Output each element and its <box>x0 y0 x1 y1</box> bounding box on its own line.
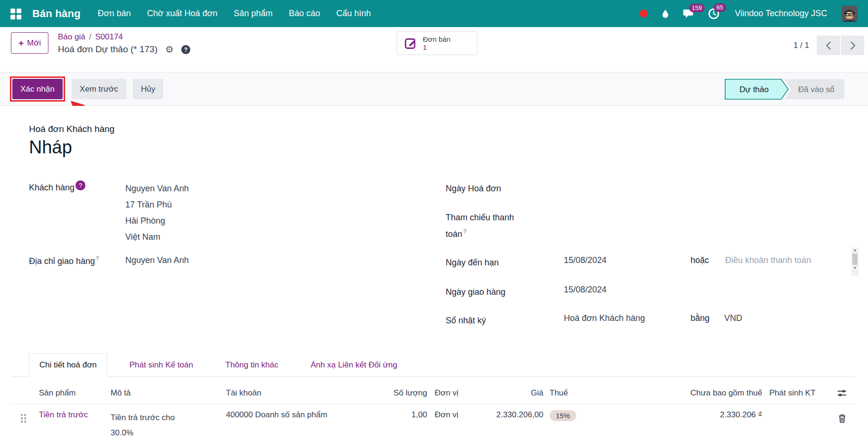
due-date-row: Ngày đến hạn 15/08/2024 hoặc Điều khoản … <box>446 255 811 270</box>
invoice-date-row: Ngày Hoá đơn <box>446 181 564 196</box>
customer-help-icon[interactable]: ? <box>75 180 85 190</box>
payment-ref-label: Tham chiếu thanh toán <box>446 213 514 239</box>
journal-label: Sổ nhật ký <box>446 313 486 328</box>
journal-row: Sổ nhật ký Hoá đơn Khách hàng bằng VND <box>446 313 742 328</box>
document-type-label: Hoá đơn Khách hàng <box>29 124 114 134</box>
messages-badge: 159 <box>689 4 705 12</box>
customer-street: 17 Trần Phú <box>125 197 189 213</box>
preview-button[interactable]: Xem trước <box>72 79 126 99</box>
tab-other-info[interactable]: Thông tin khác <box>215 354 289 376</box>
tab-invoice-lines[interactable]: Chi tiết hoá đơn <box>29 353 107 377</box>
pager-previous-button[interactable] <box>817 36 840 55</box>
cell-subtotal: 2.330.206 ₫ <box>631 410 762 441</box>
state-posted-label[interactable]: Đã vào sổ <box>798 85 835 94</box>
nav-item-san-pham[interactable]: Sản phẩm <box>233 9 272 19</box>
notebook-scrollbar[interactable]: ▲ ▼ <box>851 247 859 276</box>
stat-button-count: 1 <box>423 43 450 51</box>
nav-item-cau-hinh[interactable]: Cấu hình <box>336 9 371 19</box>
cell-price[interactable]: 2.330.206,00 <box>479 410 543 441</box>
col-header-account: Tài khoản <box>226 388 383 398</box>
breadcrumb-separator: / <box>89 32 92 42</box>
cell-tax-badge[interactable]: 15% <box>550 410 576 421</box>
breadcrumb-current[interactable]: S00174 <box>95 32 123 42</box>
page-title: Hoá đơn Dự thảo (* 173) <box>58 44 158 55</box>
cell-journal-entry <box>762 410 829 441</box>
pager-next-button[interactable] <box>841 36 864 55</box>
currency-value[interactable]: VND <box>724 313 742 323</box>
messages-icon[interactable]: 159 <box>683 8 695 19</box>
or-label: hoặc <box>691 255 713 265</box>
scroll-down-icon[interactable]: ▼ <box>853 265 857 271</box>
customer-name[interactable]: Nguyen Van Anh <box>125 180 189 197</box>
company-name[interactable]: Viindoo Technology JSC <box>735 9 827 19</box>
document-state-heading: Nháp <box>29 137 72 158</box>
control-panel: + Mới Báo giá / S00174 Hoá đơn Dự thảo (… <box>0 27 868 73</box>
new-button[interactable]: + Mới <box>11 32 48 54</box>
cancel-button[interactable]: Hủy <box>133 79 163 99</box>
plus-icon: + <box>19 38 24 48</box>
cell-quantity[interactable]: 1,00 <box>383 410 427 441</box>
breadcrumb: Báo giá / S00174 Hoá đơn Dự thảo (* 173)… <box>58 32 190 55</box>
col-header-description: Mô tả <box>111 388 226 398</box>
in-currency-label: bằng <box>691 313 713 323</box>
nav-item-cho-xuat-hoa-don[interactable]: Chờ xuất Hoá đơn <box>147 9 218 19</box>
chevron-left-icon <box>825 41 832 50</box>
cell-uom[interactable]: Đơn vị <box>427 410 479 441</box>
col-header-price: Giá <box>479 388 543 398</box>
tab-bar: Chi tiết hoá đơn Phát sinh Kế toán Thông… <box>11 353 855 377</box>
customer-country: Việt Nam <box>125 229 189 245</box>
tab-counterpart-mapping[interactable]: Ánh xạ Liên kết Đối ứng <box>301 354 407 376</box>
due-date-value[interactable]: 15/08/2024 <box>564 255 691 265</box>
statusbar: Xác nhận Xem trước Hủy Dự thảo Đã vào sổ <box>0 73 868 106</box>
scrollbar-thumb[interactable] <box>852 254 858 265</box>
journal-value[interactable]: Hoá đơn Khách hàng <box>564 313 691 323</box>
form-sheet: Hoá đơn Khách hàng Nháp Khách hàng? Nguy… <box>0 106 868 442</box>
delivery-date-label: Ngày giao hàng <box>446 285 505 299</box>
droplet-icon[interactable] <box>660 9 671 19</box>
cell-account[interactable]: 400000 Doanh số sản phẩm <box>226 410 383 441</box>
nav-item-don-ban[interactable]: Đơn bán <box>98 9 131 19</box>
activities-clock-icon[interactable]: 65 <box>708 8 720 20</box>
table-header-row: Sản phẩm Mô tả Tài khoản Số lượng Đơn vị… <box>11 382 855 404</box>
stat-button-label: Đơn bán <box>423 35 450 43</box>
delivery-address-row: Địa chỉ giao hàng? Nguyen Van Anh <box>29 255 189 266</box>
state-widget: Dự thảo Đã vào sổ <box>725 79 846 102</box>
delete-row-icon[interactable] <box>837 413 847 424</box>
chevron-right-icon <box>849 41 856 50</box>
invoice-date-label: Ngày Hoá đơn <box>446 181 501 196</box>
confirm-button[interactable]: Xác nhận <box>12 79 63 99</box>
delivery-date-row: Ngày giao hàng 15/08/2024 <box>446 285 607 299</box>
edit-note-icon <box>404 37 417 50</box>
payment-terms-placeholder[interactable]: Điều khoản thanh toán <box>725 255 811 265</box>
col-header-journal-entry: Phát sinh KT <box>762 388 829 398</box>
apps-grid-icon[interactable] <box>10 9 21 19</box>
col-header-product: Sản phẩm <box>39 388 111 398</box>
nav-item-bao-cao[interactable]: Báo cáo <box>289 9 320 19</box>
sale-order-stat-button[interactable]: Đơn bán 1 <box>397 31 477 55</box>
delivery-date-value[interactable]: 15/08/2024 <box>564 285 607 295</box>
customer-value[interactable]: Nguyen Van Anh 17 Trần Phú Hải Phòng Việ… <box>125 180 189 245</box>
record-dot-icon[interactable] <box>640 9 648 18</box>
optional-columns-icon[interactable] <box>837 388 847 398</box>
scroll-up-icon[interactable]: ▲ <box>853 247 857 253</box>
customer-field-row: Khách hàng? Nguyen Van Anh 17 Trần Phú H… <box>29 180 189 245</box>
table-row: Tiền trả trước Tiền trả trước cho 30.0% … <box>11 404 855 441</box>
breadcrumb-parent[interactable]: Báo giá <box>58 32 85 42</box>
col-header-quantity: Số lượng <box>383 388 427 398</box>
help-icon[interactable]: ? <box>181 45 190 54</box>
customer-city: Hải Phòng <box>125 213 189 229</box>
delivery-address-value[interactable]: Nguyen Van Anh <box>125 255 189 265</box>
cell-description[interactable]: Tiền trả trước cho 30.0% <box>111 410 189 441</box>
tab-journal-items[interactable]: Phát sinh Kế toán <box>120 354 203 376</box>
top-navbar: Bán hàng Đơn bán Chờ xuất Hoá đơn Sản ph… <box>0 0 868 27</box>
app-name[interactable]: Bán hàng <box>32 8 81 20</box>
drag-handle-icon[interactable] <box>21 414 39 423</box>
annotation-highlight-box: Xác nhận <box>10 76 65 102</box>
cell-product-link[interactable]: Tiền trả trước <box>39 410 88 419</box>
delivery-address-help: ? <box>96 255 99 262</box>
avatar[interactable] <box>841 6 858 22</box>
notebook: Chi tiết hoá đơn Phát sinh Kế toán Thông… <box>11 353 855 441</box>
state-draft-label[interactable]: Dự thảo <box>739 85 768 94</box>
payment-ref-help: ? <box>463 228 467 235</box>
gear-icon[interactable]: ⚙ <box>165 45 174 54</box>
